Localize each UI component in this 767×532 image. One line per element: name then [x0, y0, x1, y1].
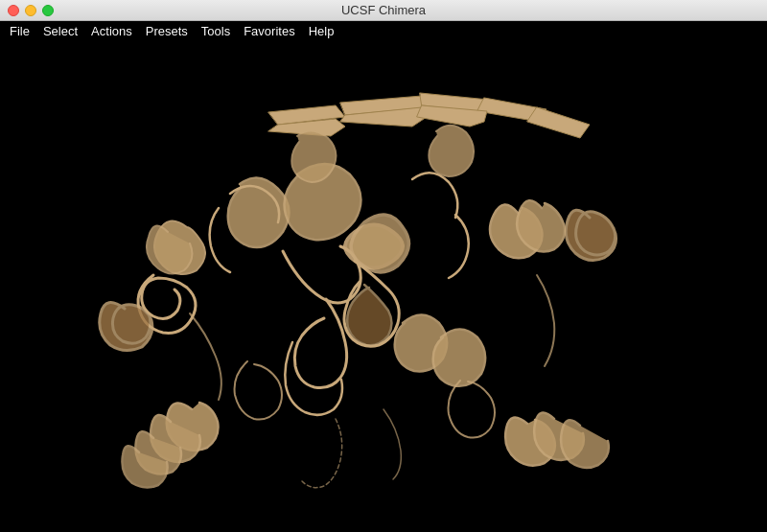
close-button[interactable] [8, 5, 19, 16]
menu-actions[interactable]: Actions [85, 23, 138, 39]
menu-favorites[interactable]: Favorites [238, 23, 300, 39]
window-controls [8, 5, 54, 16]
titlebar: UCSF Chimera [0, 0, 767, 21]
menu-help[interactable]: Help [303, 23, 340, 39]
minimize-button[interactable] [25, 5, 36, 16]
window-title: UCSF Chimera [341, 3, 426, 17]
protein-structure [0, 40, 767, 532]
menu-file[interactable]: File [4, 23, 35, 39]
menu-select[interactable]: Select [37, 23, 83, 39]
menubar: File Select Actions Presets Tools Favori… [0, 21, 767, 40]
3d-viewport[interactable] [0, 40, 767, 532]
menu-tools[interactable]: Tools [196, 23, 236, 39]
menu-presets[interactable]: Presets [140, 23, 194, 39]
maximize-button[interactable] [42, 5, 54, 16]
